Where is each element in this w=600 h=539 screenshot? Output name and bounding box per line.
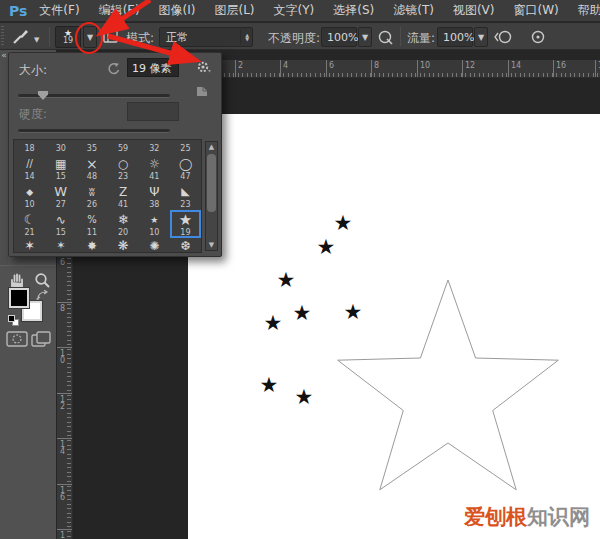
brush-preset-cell[interactable]: Ψ38 bbox=[139, 182, 170, 210]
ruler-label: 4 bbox=[283, 62, 288, 69]
menu-item[interactable]: 文字(Y) bbox=[274, 2, 315, 19]
canvas[interactable]: ★★★★★★★★ 爱刨根知识网 bbox=[188, 114, 600, 539]
brush-preset-cell[interactable]: ×48 bbox=[76, 154, 107, 182]
default-colors-icon[interactable] bbox=[8, 315, 15, 322]
ruler-label: 1 4 bbox=[60, 441, 65, 455]
brush-preset-cell[interactable]: ✺ bbox=[139, 238, 170, 253]
scroll-up-icon[interactable]: ▲ bbox=[209, 142, 214, 152]
brush-preset-cell[interactable]: ʬ26 bbox=[76, 182, 107, 210]
ruler-label: 1 6 bbox=[60, 487, 65, 501]
brush-preset-cell[interactable]: 25 bbox=[170, 140, 201, 154]
tablet-pressure-size-icon[interactable] bbox=[530, 29, 547, 45]
brush-size-label: 35 bbox=[87, 144, 97, 154]
screen-mode-icon[interactable] bbox=[31, 331, 51, 348]
menu-item[interactable]: 选择(S) bbox=[333, 2, 374, 19]
size-slider-thumb[interactable] bbox=[38, 91, 48, 100]
brush-preset-cell[interactable]: ○23 bbox=[108, 154, 139, 182]
brush-tool-icon[interactable] bbox=[12, 28, 30, 45]
brush-preset-cell[interactable]: %11 bbox=[76, 210, 107, 238]
brush-thumbnail-icon: ✶ bbox=[24, 238, 35, 253]
brush-preset-cell[interactable]: 18 bbox=[14, 140, 45, 154]
menu-item[interactable]: 滤镜(T) bbox=[393, 2, 434, 19]
brush-preset-cell[interactable]: W27 bbox=[45, 182, 76, 210]
ruler-label: 12 bbox=[465, 62, 475, 69]
menu-item[interactable]: 帮助(H) bbox=[578, 2, 600, 19]
new-brush-icon[interactable] bbox=[195, 83, 209, 97]
chevron-down-icon: ▼ bbox=[478, 33, 484, 42]
airbrush-icon[interactable] bbox=[494, 29, 513, 45]
menu-item[interactable]: 编辑(E) bbox=[99, 2, 140, 19]
menu-item[interactable]: 视图(V) bbox=[453, 2, 495, 19]
brush-preset-cell[interactable]: ✸ bbox=[76, 238, 107, 253]
brush-preset-cell[interactable]: ✶ bbox=[45, 238, 76, 253]
brush-size-label: 18 bbox=[24, 144, 34, 154]
brush-preset-cell[interactable]: ◆10 bbox=[14, 182, 45, 210]
brush-preset-cell[interactable]: 35 bbox=[76, 140, 107, 154]
star-stamp: ★ bbox=[260, 375, 279, 396]
ruler-label: 1 bbox=[60, 532, 65, 539]
watermark-brand: 爱刨根 bbox=[464, 505, 527, 529]
flow-field[interactable]: 100% bbox=[437, 27, 473, 47]
brush-preset-cell[interactable]: 59 bbox=[108, 140, 139, 154]
options-bar-grip[interactable] bbox=[1, 26, 4, 46]
brush-preset-cell[interactable]: ❆ bbox=[170, 238, 201, 253]
menu-item[interactable]: 文件(F) bbox=[39, 2, 79, 19]
flow-dropdown-button[interactable]: ▼ bbox=[474, 27, 488, 47]
brush-thumbnail-icon: ★ bbox=[179, 212, 192, 228]
brush-preset-cell[interactable]: ☾21 bbox=[14, 210, 45, 238]
foreground-color-swatch[interactable] bbox=[9, 288, 29, 308]
brush-size-label: 14 bbox=[24, 172, 34, 182]
reset-size-icon[interactable] bbox=[107, 62, 121, 75]
brush-preset-cell[interactable]: 32 bbox=[139, 140, 170, 154]
brush-thumbnail-icon: ∿ bbox=[56, 212, 66, 228]
brush-preset-cell[interactable]: ✶ bbox=[14, 238, 45, 253]
menu-item[interactable]: 窗口(W) bbox=[514, 2, 559, 19]
opacity-dropdown-button[interactable]: ▼ bbox=[358, 27, 372, 47]
brush-size-label: 10 bbox=[149, 228, 159, 238]
brush-thumbnail-icon: ❄ bbox=[118, 212, 129, 228]
mode-select[interactable]: 正常 ▲▼ bbox=[159, 27, 253, 47]
size-slider[interactable] bbox=[18, 94, 170, 98]
brush-size-label: 30 bbox=[56, 144, 66, 154]
ruler-label: 2 bbox=[238, 62, 243, 69]
menu-item[interactable]: 图像(I) bbox=[159, 2, 196, 19]
brush-preset-cell[interactable]: ◯47 bbox=[170, 154, 201, 182]
scroll-down-icon[interactable]: ▼ bbox=[209, 240, 214, 250]
brush-preset-cell[interactable]: ❋ bbox=[108, 238, 139, 253]
brush-preset-cell[interactable]: ★19 bbox=[170, 210, 201, 238]
tool-preset-arrow-icon[interactable]: ▼ bbox=[34, 36, 39, 44]
photoshop-logo: Ps bbox=[9, 3, 27, 19]
brush-thumbnail-icon: W bbox=[54, 184, 67, 200]
brush-grid-scrollbar[interactable]: ▲ ▼ bbox=[205, 141, 218, 251]
quick-mask-icon[interactable] bbox=[6, 331, 28, 347]
brush-preset-cell[interactable]: //14 bbox=[14, 154, 45, 182]
brush-preset-cell[interactable]: ▦15 bbox=[45, 154, 76, 182]
size-input[interactable]: 19 像素 bbox=[127, 58, 179, 77]
brush-preset-cell[interactable]: 30 bbox=[45, 140, 76, 154]
star-stamp: ★ bbox=[344, 302, 363, 323]
tablet-pressure-opacity-icon[interactable] bbox=[377, 29, 394, 45]
brush-thumbnail-icon: ✸ bbox=[87, 238, 97, 253]
brush-size-label: 19 bbox=[180, 228, 190, 238]
dock-collapse-strip[interactable]: « bbox=[0, 50, 8, 265]
brush-preset-cell[interactable]: ❄20 bbox=[108, 210, 139, 238]
brush-picker-dropdown-button[interactable]: ▼ bbox=[83, 26, 97, 48]
brush-preset-cell[interactable]: Z41 bbox=[108, 182, 139, 210]
brush-thumbnail-icon: ☼ bbox=[149, 156, 160, 172]
brush-thumbnail-icon: ✺ bbox=[149, 238, 159, 253]
menu-item[interactable]: 图层(L) bbox=[214, 2, 254, 19]
zoom-tool-icon[interactable] bbox=[34, 272, 51, 289]
select-arrows-icon: ▲▼ bbox=[240, 30, 249, 44]
brush-preset-cell[interactable]: ◣23 bbox=[170, 182, 201, 210]
brush-preset-cell[interactable]: ★10 bbox=[139, 210, 170, 238]
hand-tool-icon[interactable] bbox=[8, 272, 26, 289]
brush-thumbnail-icon: ○ bbox=[118, 156, 128, 172]
gear-icon[interactable] bbox=[196, 60, 211, 74]
brush-preset-cell[interactable]: ☼41 bbox=[139, 154, 170, 182]
brush-thumbnail-icon: ▦ bbox=[55, 156, 66, 172]
opacity-field[interactable]: 100% bbox=[321, 27, 357, 47]
scrollbar-thumb[interactable] bbox=[207, 154, 216, 212]
toggle-brush-panel-icon[interactable] bbox=[103, 30, 118, 43]
brush-preview-button[interactable]: ★ 19 bbox=[55, 26, 81, 48]
brush-preset-cell[interactable]: ∿15 bbox=[45, 210, 76, 238]
